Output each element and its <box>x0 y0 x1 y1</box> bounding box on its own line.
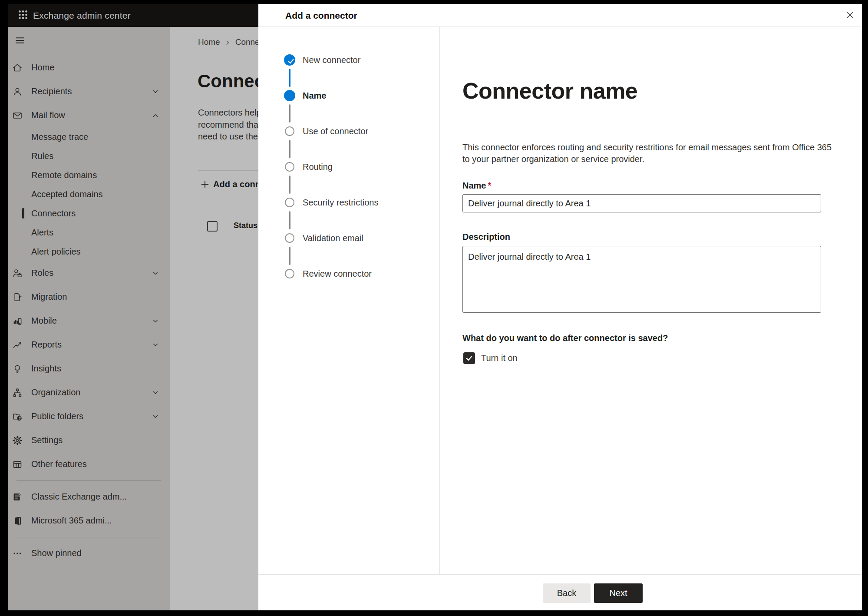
screen: Exchange admin center HomeRecipientsMail… <box>8 4 862 610</box>
step-circle-security-restrictions[interactable] <box>285 198 294 207</box>
step-label-security-restrictions: Security restrictions <box>303 198 379 208</box>
name-input[interactable] <box>462 194 821 212</box>
check-icon <box>285 56 294 64</box>
text-line: to your partner organization or service … <box>462 153 832 165</box>
name-field-label: Name* <box>462 181 491 191</box>
step-connector-line <box>289 104 290 123</box>
step-label-new-connector: New connector <box>303 55 360 65</box>
step-label-name: Name <box>303 91 326 101</box>
step-label-routing: Routing <box>303 162 333 172</box>
description-field-label: Description <box>462 232 510 242</box>
close-button[interactable] <box>839 5 860 26</box>
next-button[interactable]: Next <box>594 583 643 603</box>
turn-it-on-checkbox[interactable] <box>463 352 475 364</box>
footer-divider <box>258 574 862 575</box>
step-label-review-connector: Review connector <box>303 269 372 279</box>
step-connector-line <box>289 69 290 87</box>
step-connector-line <box>289 176 290 194</box>
step-circle-review-connector[interactable] <box>285 269 294 278</box>
wizard-stepper: New connectorNameUse of connectorRouting… <box>258 27 440 574</box>
add-connector-dialog: Add a connector New connectorNameUse of … <box>258 4 862 610</box>
step-connector-line <box>289 140 290 158</box>
close-icon <box>845 10 855 22</box>
step-description: This connector enforces routing and secu… <box>462 142 832 165</box>
step-connector-line <box>289 247 290 265</box>
turn-it-on-label: Turn it on <box>481 353 518 363</box>
step-connector-line <box>289 211 290 229</box>
after-save-question: What do you want to do after connector i… <box>462 333 668 343</box>
required-asterisk: * <box>488 181 491 190</box>
step-circle-use-of-connector[interactable] <box>285 126 294 136</box>
back-button[interactable]: Back <box>543 583 591 603</box>
step-label-validation-email: Validation email <box>303 233 363 243</box>
step-heading: Connector name <box>462 78 637 104</box>
text-line: This connector enforces routing and secu… <box>462 142 832 153</box>
description-textarea[interactable] <box>462 246 821 313</box>
step-circle-new-connector[interactable] <box>284 54 295 66</box>
dialog-header: Add a connector <box>258 4 862 27</box>
step-circle-name[interactable] <box>284 90 295 101</box>
dialog-title: Add a connector <box>285 4 357 27</box>
step-circle-routing[interactable] <box>285 162 294 172</box>
turn-it-on-row: Turn it on <box>463 352 518 364</box>
step-circle-validation-email[interactable] <box>285 233 294 243</box>
step-label-use-of-connector: Use of connector <box>303 126 368 136</box>
